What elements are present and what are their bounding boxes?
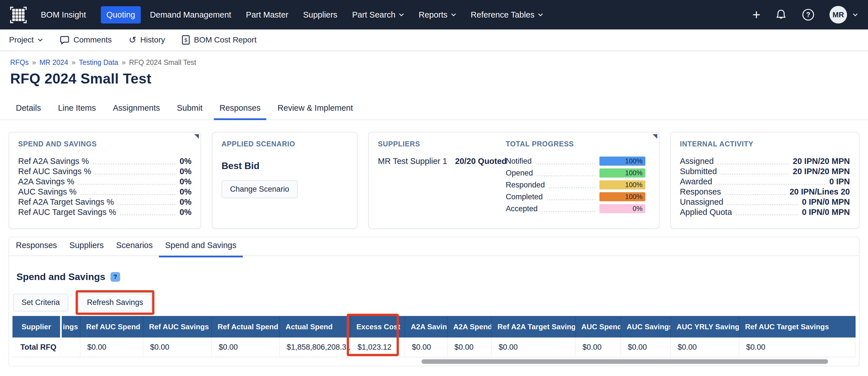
metric-value: 0% [180, 197, 191, 207]
table-header-row: Supplier ings Ref AUC Spend Ref AUC Savi… [12, 316, 856, 338]
progress-label: Completed [506, 192, 543, 201]
progress-row: Accepted0% [506, 204, 645, 213]
cell-auc-yrly-savings: $0.00 [671, 338, 739, 357]
bom-cost-report-button[interactable]: $ BOM Cost Report [182, 35, 256, 45]
metric-label: Ref A2A Savings % [18, 157, 89, 166]
nav-item-part-search[interactable]: Part Search [346, 6, 410, 24]
help-icon[interactable]: ? [802, 8, 815, 21]
subtab-responses[interactable]: Responses [10, 237, 63, 257]
comments-button[interactable]: Comments [60, 35, 112, 44]
scrollbar-thumb[interactable] [422, 359, 828, 364]
metric-row: Responses20 IPN/Lines 20 [680, 187, 850, 197]
metric-label: Ref AUC Target Savings % [18, 208, 116, 217]
breadcrumb-link-rfqs[interactable]: RFQs [10, 58, 29, 66]
top-nav: BOM Insight Quoting Demand Management Pa… [0, 0, 868, 29]
col-header-ref-auc-target-savings[interactable]: Ref AUC Target Savings [739, 316, 856, 338]
table-row-total-rfq: Total RFQ $0.00 $0.00 $0.00 $1,858,806,2… [12, 338, 856, 357]
breadcrumb-separator: » [72, 58, 75, 66]
col-header-auc-spend[interactable]: AUC Spend [576, 316, 621, 338]
tab-details[interactable]: Details [10, 103, 47, 120]
tab-responses[interactable]: Responses [214, 103, 266, 120]
breadcrumb-link-testing-data[interactable]: Testing Data [79, 58, 118, 66]
project-dropdown[interactable]: Project [9, 35, 43, 44]
metric-value: 0 IPN [829, 177, 850, 186]
progress-row: Opened100% [506, 168, 645, 178]
cell-clipped [62, 338, 81, 357]
suppliers-progress-card: SUPPLIERS MR Test Supplier 120/20 Quoted… [368, 132, 659, 229]
tab-line-items[interactable]: Line Items [53, 103, 102, 120]
metric-value: 0% [180, 208, 191, 217]
cell-ref-a2a-target-savings: $0.00 [492, 338, 576, 357]
refresh-savings-button[interactable]: Refresh Savings [79, 293, 152, 311]
tab-submit[interactable]: Submit [171, 103, 208, 120]
col-header-ref-auc-spend[interactable]: Ref AUC Spend [81, 316, 143, 338]
col-header-clipped[interactable]: ings [62, 316, 81, 338]
card-corner-handle-icon [194, 134, 199, 139]
col-header-auc-yrly-savings[interactable]: AUC YRLY Savings [671, 316, 739, 338]
col-header-ref-actual-spend[interactable]: Ref Actual Spend [212, 316, 280, 338]
nav-item-quoting[interactable]: Quoting [101, 6, 141, 24]
cell-ref-auc-spend: $0.00 [81, 338, 143, 357]
applied-scenario-name: Best Bid [221, 160, 348, 171]
subtab-spend-and-savings[interactable]: Spend and Savings [159, 237, 243, 257]
main-tab-bar: Details Line Items Assignments Submit Re… [0, 103, 868, 120]
card-title: APPLIED SCENARIO [221, 140, 348, 148]
app-logo-icon[interactable] [9, 6, 27, 24]
history-button[interactable]: ↺ History [129, 35, 165, 44]
cell-actual-spend: $1,858,806,208.31 [280, 338, 351, 357]
subtab-scenarios[interactable]: Scenarios [110, 237, 159, 257]
col-header-a2a-spend[interactable]: A2A Spend [447, 316, 492, 338]
notifications-bell-icon[interactable] [775, 8, 787, 21]
breadcrumb-link-mr-2024[interactable]: MR 2024 [39, 58, 68, 66]
metric-label: Ref AUC Savings % [18, 167, 91, 176]
cell-ref-auc-savings: $0.00 [143, 338, 212, 357]
cell-auc-spend: $0.00 [576, 338, 621, 357]
section-help-icon[interactable]: ? [111, 272, 120, 282]
cell-ref-actual-spend: $0.00 [212, 338, 280, 357]
col-header-ref-auc-savings[interactable]: Ref AUC Savings [143, 316, 212, 338]
nav-item-label: Part Search [352, 10, 396, 20]
chevron-down-icon [399, 13, 404, 17]
col-header-excess-cost[interactable]: Excess Cost [351, 316, 405, 338]
chevron-down-icon [451, 13, 456, 17]
tab-assignments[interactable]: Assignments [107, 103, 165, 120]
metric-row: Ref AUC Savings %0% [18, 167, 191, 177]
breadcrumb-separator: » [122, 58, 126, 66]
app-window: BOM Insight Quoting Demand Management Pa… [0, 0, 868, 376]
card-title: TOTAL PROGRESS [506, 140, 645, 148]
col-header-supplier[interactable]: Supplier [12, 316, 62, 338]
bom-cost-report-label: BOM Cost Report [194, 35, 256, 44]
metric-label: Responses [680, 187, 721, 196]
nav-item-suppliers[interactable]: Suppliers [298, 6, 343, 24]
card-title: SUPPLIERS [378, 140, 495, 148]
tab-review-implement[interactable]: Review & Implement [272, 103, 359, 120]
subtab-suppliers[interactable]: Suppliers [63, 237, 110, 257]
applied-scenario-card: APPLIED SCENARIO Best Bid Change Scenari… [212, 132, 358, 229]
progress-bar-notified: 100% [599, 157, 645, 166]
breadcrumb: RFQs » MR 2024 » Testing Data » RFQ 2024… [8, 58, 860, 66]
nav-item-part-master[interactable]: Part Master [240, 6, 294, 24]
breadcrumb-current: RFQ 2024 Small Test [129, 58, 196, 66]
nav-item-reports[interactable]: Reports [413, 6, 462, 24]
nav-item-reference-tables[interactable]: Reference Tables [465, 6, 549, 24]
progress-row: Responded100% [506, 180, 645, 189]
svg-text:$: $ [184, 37, 187, 43]
nav-item-demand-management[interactable]: Demand Management [144, 6, 237, 24]
add-icon[interactable]: + [752, 8, 761, 22]
col-header-ref-a2a-target-savings[interactable]: Ref A2A Target Savings [492, 316, 576, 338]
comment-bubble-icon [60, 35, 69, 44]
card-title: INTERNAL ACTIVITY [680, 140, 850, 148]
set-criteria-button[interactable]: Set Criteria [13, 293, 68, 311]
metric-label: AUC Savings % [18, 187, 76, 196]
page-toolbar: Project Comments ↺ History $ BOM Cost Re… [0, 29, 868, 51]
col-header-actual-spend[interactable]: Actual Spend [280, 316, 351, 338]
metric-value: 0% [180, 187, 191, 196]
spend-savings-table: Supplier ings Ref AUC Spend Ref AUC Savi… [12, 316, 856, 366]
metric-row: Awarded0 IPN [680, 177, 850, 187]
col-header-a2a-savings[interactable]: A2A Savings [405, 316, 447, 338]
user-menu[interactable]: MR [830, 6, 858, 24]
change-scenario-button[interactable]: Change Scenario [221, 180, 298, 198]
progress-bar-accepted: 0% [599, 204, 645, 213]
metric-label: Assigned [680, 157, 714, 166]
col-header-auc-savings[interactable]: AUC Savings [621, 316, 671, 338]
